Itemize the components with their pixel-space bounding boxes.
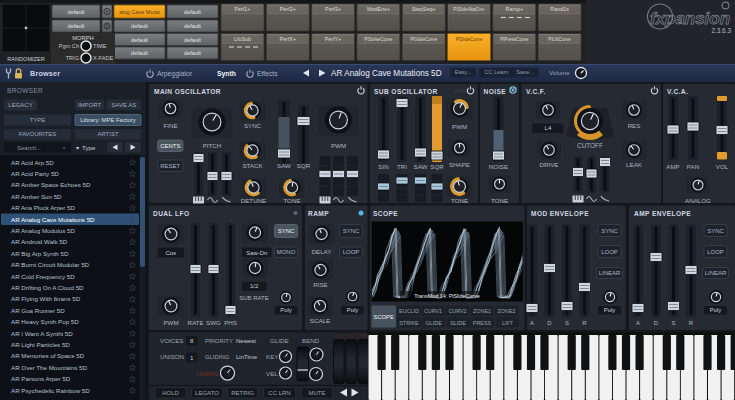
svg-text:EUCLID: EUCLID bbox=[399, 308, 419, 314]
svg-text:TIMBRE: TIMBRE bbox=[196, 371, 219, 377]
svg-text:TransMod 14: PlSlideCurve: TransMod 14: PlSlideCurve bbox=[414, 293, 480, 299]
svg-text:V.C.A.: V.C.A. bbox=[667, 88, 688, 95]
svg-text:AR I Want A Synthi 5D: AR I Want A Synthi 5D bbox=[11, 330, 73, 337]
svg-text:PlGlideCurve: PlGlideCurve bbox=[410, 37, 438, 42]
svg-text:SUB RATE: SUB RATE bbox=[239, 295, 269, 301]
svg-text:default: default bbox=[131, 50, 148, 56]
svg-text:STRIKE: STRIKE bbox=[399, 320, 419, 326]
svg-text:AR Burnt Circuit Modular 5D: AR Burnt Circuit Modular 5D bbox=[11, 261, 90, 268]
svg-text:DUAL LFO: DUAL LFO bbox=[153, 210, 189, 217]
svg-text:STACK: STACK bbox=[242, 162, 263, 169]
svg-text:ANALOG: ANALOG bbox=[685, 197, 711, 204]
svg-text:AR Parsons Arper 5D: AR Parsons Arper 5D bbox=[11, 375, 71, 382]
svg-text:D: D bbox=[654, 320, 659, 326]
svg-text:SQR: SQR bbox=[430, 163, 444, 170]
svg-text:default: default bbox=[184, 9, 201, 15]
svg-text:PRESS: PRESS bbox=[473, 320, 492, 326]
svg-text:HOLD: HOLD bbox=[162, 390, 179, 396]
svg-text:SCOPE: SCOPE bbox=[373, 210, 398, 217]
svg-text:Browser: Browser bbox=[30, 69, 60, 78]
svg-text:NOISE: NOISE bbox=[489, 163, 508, 170]
svg-text:SAW: SAW bbox=[414, 163, 428, 170]
svg-text:LEGACY: LEGACY bbox=[8, 102, 32, 108]
svg-text:TIME: TIME bbox=[93, 43, 107, 49]
svg-text:alog Cave Mutat: alog Cave Mutat bbox=[119, 9, 160, 15]
svg-text:Poly: Poly bbox=[347, 307, 359, 313]
svg-text:Poly: Poly bbox=[710, 307, 722, 313]
svg-text:SYNC: SYNC bbox=[601, 228, 618, 234]
svg-text:BEND: BEND bbox=[302, 337, 320, 344]
svg-text:AR Flying With Ikrans 5D: AR Flying With Ikrans 5D bbox=[11, 295, 81, 302]
svg-text:AR Psychedelic Rainbow 5D: AR Psychedelic Rainbow 5D bbox=[11, 387, 90, 394]
svg-text:Newest: Newest bbox=[236, 338, 256, 344]
svg-text:default: default bbox=[184, 23, 201, 29]
svg-text:TONE: TONE bbox=[451, 197, 468, 204]
svg-text:SUB OSCILLATOR: SUB OSCILLATOR bbox=[374, 88, 438, 95]
svg-text:default: default bbox=[184, 50, 201, 56]
svg-text:P2: P2 bbox=[348, 333, 354, 339]
svg-text:GLIDE: GLIDE bbox=[426, 320, 443, 326]
svg-text:CURV2: CURV2 bbox=[448, 308, 466, 314]
svg-text:Synth: Synth bbox=[217, 70, 236, 78]
svg-text:1/2: 1/2 bbox=[250, 283, 259, 289]
svg-text:Perf2+: Perf2+ bbox=[280, 6, 296, 12]
svg-text:Perf1+: Perf1+ bbox=[234, 6, 250, 12]
svg-text:DELAY: DELAY bbox=[312, 248, 332, 255]
svg-text:PerfX+: PerfX+ bbox=[279, 36, 296, 42]
svg-text:PlStrikeCurve: PlStrikeCurve bbox=[364, 37, 393, 42]
svg-text:RISE: RISE bbox=[313, 281, 327, 288]
svg-text:AR Amber Sun 5D: AR Amber Sun 5D bbox=[11, 193, 62, 200]
svg-text:S: S bbox=[565, 320, 569, 326]
svg-text:AR Ana Pluck Arper 5D: AR Ana Pluck Arper 5D bbox=[11, 204, 75, 211]
svg-text:AR Analog Cave Mutations 5D: AR Analog Cave Mutations 5D bbox=[11, 216, 95, 223]
svg-text:PlPressCurve: PlPressCurve bbox=[500, 37, 529, 42]
svg-text:RETRIG: RETRIG bbox=[231, 390, 254, 396]
svg-text:default: default bbox=[184, 37, 201, 43]
svg-text:BROWSER: BROWSER bbox=[7, 87, 43, 94]
svg-text:AR Android Walk 5D: AR Android Walk 5D bbox=[11, 238, 68, 245]
svg-text:SAW: SAW bbox=[277, 162, 291, 169]
svg-text:RES: RES bbox=[628, 122, 641, 129]
svg-text:1: 1 bbox=[190, 354, 194, 361]
svg-text:VOL: VOL bbox=[716, 163, 729, 170]
svg-text:PlSlideCurve: PlSlideCurve bbox=[456, 37, 483, 42]
svg-text:8: 8 bbox=[190, 337, 194, 344]
svg-text:D: D bbox=[547, 320, 552, 326]
svg-text:AR Light Particles 5D: AR Light Particles 5D bbox=[11, 341, 70, 348]
svg-text:VOICES: VOICES bbox=[160, 337, 183, 344]
svg-text:R: R bbox=[582, 320, 587, 326]
svg-text:fxpansion: fxpansion bbox=[650, 9, 730, 28]
svg-text:AR Memories of Space 5D: AR Memories of Space 5D bbox=[11, 352, 85, 359]
svg-text:ZONE1: ZONE1 bbox=[473, 308, 491, 314]
svg-text:SYNC: SYNC bbox=[343, 228, 360, 234]
svg-text:Search...: Search... bbox=[17, 145, 41, 151]
svg-text:Poly: Poly bbox=[280, 307, 292, 313]
svg-text:A: A bbox=[636, 320, 640, 326]
svg-text:Save...: Save... bbox=[516, 69, 534, 75]
svg-text:Arpeggiator: Arpeggiator bbox=[157, 70, 193, 78]
svg-text:AR Analog Cave Mutations 5D: AR Analog Cave Mutations 5D bbox=[331, 69, 442, 78]
svg-text:Rand1s: Rand1s bbox=[550, 6, 569, 12]
svg-text:MONO: MONO bbox=[277, 249, 296, 255]
svg-text:AR Drifting On A Cloud 5D: AR Drifting On A Cloud 5D bbox=[11, 284, 84, 291]
svg-text:SYNC: SYNC bbox=[707, 228, 724, 234]
svg-text:LinTime: LinTime bbox=[236, 354, 258, 360]
svg-text:LINEAR: LINEAR bbox=[599, 270, 621, 276]
svg-text:NOISE: NOISE bbox=[484, 88, 507, 95]
svg-text:default: default bbox=[131, 23, 148, 29]
svg-text:LOOP: LOOP bbox=[343, 249, 360, 255]
svg-text:PAN: PAN bbox=[687, 163, 699, 170]
svg-text:LIFT: LIFT bbox=[502, 320, 514, 326]
svg-text:TRIG: TRIG bbox=[66, 55, 79, 61]
svg-text:L4: L4 bbox=[545, 125, 552, 131]
svg-text:PlLiftCurve: PlLiftCurve bbox=[548, 37, 571, 42]
svg-text:PWM: PWM bbox=[331, 142, 346, 149]
svg-text:PlSlideAbaOn+: PlSlideAbaOn+ bbox=[453, 7, 485, 12]
svg-text:SLIDE: SLIDE bbox=[450, 320, 466, 326]
svg-text:TONE: TONE bbox=[491, 197, 508, 204]
svg-text:PRIORITY: PRIORITY bbox=[205, 338, 233, 344]
svg-text:VEL: VEL bbox=[266, 370, 278, 377]
svg-text:CC LRN: CC LRN bbox=[268, 390, 290, 396]
svg-text:CUTOFF: CUTOFF bbox=[577, 142, 603, 149]
svg-text:AR Big Arp Synth 5D: AR Big Arp Synth 5D bbox=[11, 250, 69, 257]
